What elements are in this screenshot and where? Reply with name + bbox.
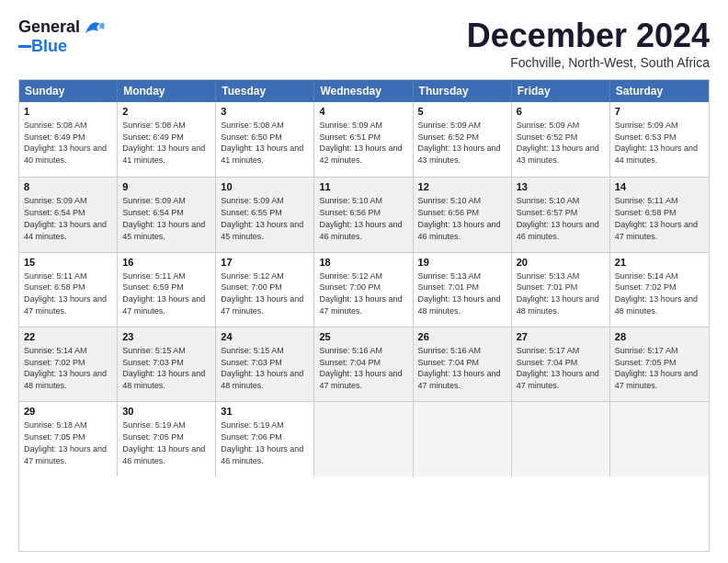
cell-sunset: Sunset: 6:52 PM	[517, 132, 578, 142]
calendar-week-1: 1Sunrise: 5:08 AMSunset: 6:49 PMDaylight…	[19, 102, 709, 177]
cell-daylight: Daylight: 13 hours and 45 minutes.	[221, 220, 303, 241]
cell-sunset: Sunset: 6:52 PM	[418, 132, 480, 142]
calendar-cell	[512, 402, 610, 476]
calendar-cell: 14Sunrise: 5:11 AMSunset: 6:58 PMDayligh…	[610, 178, 709, 251]
day-number: 27	[517, 330, 605, 344]
calendar-week-2: 8Sunrise: 5:09 AMSunset: 6:54 PMDaylight…	[19, 177, 709, 251]
calendar-cell: 23Sunrise: 5:15 AMSunset: 7:03 PMDayligh…	[118, 327, 216, 401]
cell-sunset: Sunset: 6:58 PM	[615, 208, 677, 217]
day-number: 11	[319, 180, 407, 194]
cell-daylight: Daylight: 13 hours and 47 minutes.	[221, 294, 303, 316]
cell-sunset: Sunset: 6:58 PM	[24, 282, 85, 292]
day-number: 5	[418, 105, 506, 119]
calendar-week-5: 29Sunrise: 5:18 AMSunset: 7:05 PMDayligh…	[19, 401, 709, 476]
calendar-cell: 3Sunrise: 5:08 AMSunset: 6:50 PMDaylight…	[216, 102, 314, 177]
cell-daylight: Daylight: 13 hours and 48 minutes.	[24, 369, 107, 390]
cell-sunset: Sunset: 6:56 PM	[418, 208, 480, 217]
cell-sunrise: Sunrise: 5:19 AM	[221, 420, 284, 430]
calendar-cell: 21Sunrise: 5:14 AMSunset: 7:02 PMDayligh…	[610, 253, 709, 327]
cell-sunrise: Sunrise: 5:10 AM	[319, 196, 382, 205]
cell-daylight: Daylight: 13 hours and 46 minutes.	[319, 220, 402, 241]
cell-sunset: Sunset: 7:02 PM	[615, 282, 677, 292]
cell-daylight: Daylight: 13 hours and 40 minutes.	[24, 144, 107, 165]
cell-daylight: Daylight: 13 hours and 47 minutes.	[615, 220, 698, 241]
cell-daylight: Daylight: 13 hours and 47 minutes.	[319, 369, 402, 390]
calendar-cell: 5Sunrise: 5:09 AMSunset: 6:52 PMDaylight…	[414, 102, 512, 177]
cell-daylight: Daylight: 13 hours and 47 minutes.	[122, 294, 205, 316]
header-tuesday: Tuesday	[216, 80, 314, 102]
day-number: 30	[122, 405, 210, 419]
day-number: 7	[615, 105, 704, 119]
cell-sunset: Sunset: 6:53 PM	[615, 132, 677, 142]
cell-sunrise: Sunrise: 5:08 AM	[221, 121, 284, 130]
calendar-cell: 13Sunrise: 5:10 AMSunset: 6:57 PMDayligh…	[512, 178, 610, 251]
logo-text: General	[18, 17, 80, 37]
cell-daylight: Daylight: 13 hours and 47 minutes.	[24, 444, 107, 465]
cell-daylight: Daylight: 13 hours and 44 minutes.	[24, 220, 107, 241]
cell-daylight: Daylight: 13 hours and 42 minutes.	[319, 144, 402, 165]
header-wednesday: Wednesday	[314, 80, 413, 102]
cell-sunrise: Sunrise: 5:09 AM	[122, 196, 186, 205]
cell-sunrise: Sunrise: 5:10 AM	[418, 196, 482, 205]
cell-sunrise: Sunrise: 5:09 AM	[517, 121, 580, 130]
cell-sunrise: Sunrise: 5:12 AM	[319, 271, 382, 281]
calendar-cell: 6Sunrise: 5:09 AMSunset: 6:52 PMDaylight…	[512, 102, 610, 177]
cell-sunset: Sunset: 7:05 PM	[615, 358, 677, 367]
calendar-cell: 29Sunrise: 5:18 AMSunset: 7:05 PMDayligh…	[19, 402, 118, 476]
calendar-cell: 24Sunrise: 5:15 AMSunset: 7:03 PMDayligh…	[216, 327, 314, 401]
cell-sunrise: Sunrise: 5:12 AM	[221, 271, 284, 281]
calendar-cell: 8Sunrise: 5:09 AMSunset: 6:54 PMDaylight…	[19, 178, 118, 251]
cell-sunrise: Sunrise: 5:11 AM	[122, 271, 186, 281]
cell-daylight: Daylight: 13 hours and 46 minutes.	[122, 444, 205, 465]
day-number: 13	[517, 180, 605, 194]
calendar: Sunday Monday Tuesday Wednesday Thursday…	[18, 79, 710, 552]
calendar-cell	[414, 402, 512, 476]
cell-sunrise: Sunrise: 5:10 AM	[517, 196, 580, 205]
cell-sunrise: Sunrise: 5:19 AM	[122, 420, 186, 430]
day-number: 28	[615, 330, 704, 344]
calendar-cell: 20Sunrise: 5:13 AMSunset: 7:01 PMDayligh…	[512, 253, 610, 327]
header: General Blue December 2024 Fochville, No…	[18, 17, 710, 70]
day-number: 26	[418, 330, 506, 344]
cell-sunrise: Sunrise: 5:17 AM	[615, 346, 678, 355]
day-number: 23	[122, 330, 210, 344]
cell-sunrise: Sunrise: 5:11 AM	[615, 196, 678, 205]
cell-sunset: Sunset: 6:49 PM	[24, 132, 85, 142]
cell-sunset: Sunset: 7:00 PM	[319, 282, 381, 292]
calendar-week-3: 15Sunrise: 5:11 AMSunset: 6:58 PMDayligh…	[19, 252, 709, 327]
cell-sunset: Sunset: 7:05 PM	[122, 432, 184, 442]
cell-daylight: Daylight: 13 hours and 46 minutes.	[517, 220, 599, 241]
day-number: 15	[24, 256, 112, 270]
cell-daylight: Daylight: 13 hours and 41 minutes.	[221, 144, 303, 165]
cell-sunset: Sunset: 7:03 PM	[122, 358, 184, 367]
calendar-cell: 7Sunrise: 5:09 AMSunset: 6:53 PMDaylight…	[610, 102, 709, 177]
cell-daylight: Daylight: 13 hours and 44 minutes.	[615, 144, 698, 165]
cell-daylight: Daylight: 13 hours and 47 minutes.	[517, 369, 599, 390]
cell-sunset: Sunset: 7:04 PM	[517, 358, 578, 367]
header-monday: Monday	[118, 80, 216, 102]
cell-sunrise: Sunrise: 5:08 AM	[122, 121, 186, 130]
day-number: 6	[517, 105, 605, 119]
calendar-cell: 11Sunrise: 5:10 AMSunset: 6:56 PMDayligh…	[314, 178, 413, 251]
cell-sunset: Sunset: 6:50 PM	[221, 132, 282, 142]
cell-sunrise: Sunrise: 5:08 AM	[24, 121, 87, 130]
calendar-cell: 19Sunrise: 5:13 AMSunset: 7:01 PMDayligh…	[414, 253, 512, 327]
title-block: December 2024 Fochville, North-West, Sou…	[467, 17, 710, 70]
cell-daylight: Daylight: 13 hours and 45 minutes.	[122, 220, 205, 241]
header-thursday: Thursday	[414, 80, 512, 102]
cell-sunrise: Sunrise: 5:09 AM	[24, 196, 87, 205]
subtitle: Fochville, North-West, South Africa	[467, 55, 710, 70]
cell-sunrise: Sunrise: 5:13 AM	[517, 271, 580, 281]
calendar-cell: 2Sunrise: 5:08 AMSunset: 6:49 PMDaylight…	[118, 102, 216, 177]
cell-sunset: Sunset: 6:55 PM	[221, 208, 282, 217]
calendar-cell: 10Sunrise: 5:09 AMSunset: 6:55 PMDayligh…	[216, 178, 314, 251]
main-title: December 2024	[467, 17, 710, 55]
day-number: 4	[319, 105, 407, 119]
cell-sunrise: Sunrise: 5:17 AM	[517, 346, 580, 355]
cell-sunset: Sunset: 6:54 PM	[122, 208, 184, 217]
calendar-cell: 25Sunrise: 5:16 AMSunset: 7:04 PMDayligh…	[314, 327, 413, 401]
cell-daylight: Daylight: 13 hours and 48 minutes.	[122, 369, 205, 390]
cell-daylight: Daylight: 13 hours and 41 minutes.	[122, 144, 205, 165]
calendar-cell: 22Sunrise: 5:14 AMSunset: 7:02 PMDayligh…	[19, 327, 118, 401]
day-number: 20	[517, 256, 605, 270]
